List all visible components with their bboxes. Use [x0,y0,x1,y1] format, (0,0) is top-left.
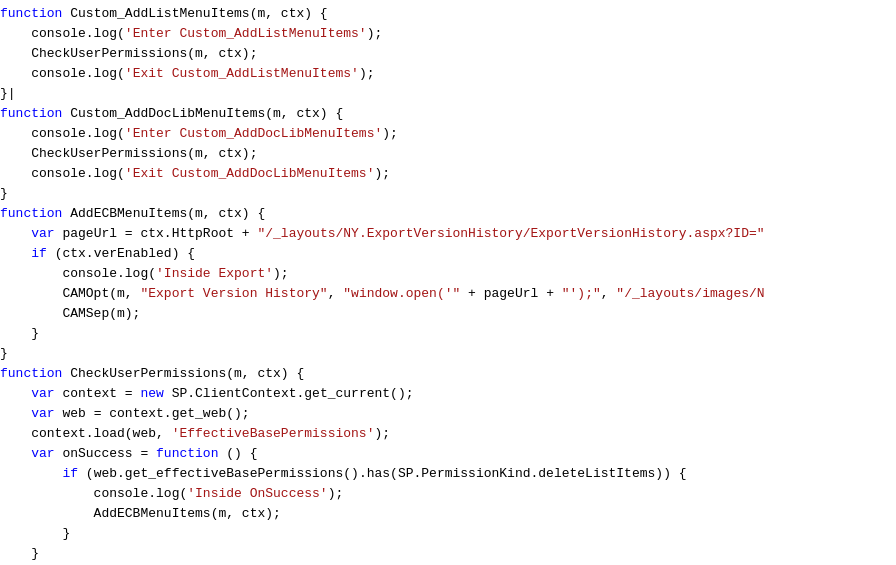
code-token: 'EffectiveBasePermissions' [172,424,375,444]
code-token: function [0,4,62,24]
code-token: "/_layouts/NY.ExportVersionHistory/Expor… [257,224,764,244]
code-token: console.log( [0,164,125,184]
code-token: web = context.get_web(); [55,404,250,424]
code-line: console.log('Exit Custom_AddDocLibMenuIt… [0,164,896,184]
code-token: "');" [562,284,601,304]
code-line: var web = context.get_web(); [0,404,896,424]
code-line: function AddECBMenuItems(m, ctx) { [0,204,896,224]
code-token: CheckUserPermissions(m, ctx); [0,144,257,164]
code-token: var [31,384,54,404]
code-token: if [62,464,78,484]
code-token: AddECBMenuItems(m, ctx); [0,504,281,524]
code-token: 'Enter Custom_AddListMenuItems' [125,24,367,44]
code-token [0,444,31,464]
code-line: function Custom_AddListMenuItems(m, ctx)… [0,4,896,24]
code-token: } [0,524,70,544]
code-token: context = [55,384,141,404]
code-line: } [0,344,896,364]
code-line: } [0,324,896,344]
code-token: ); [374,424,390,444]
code-token: ); [367,24,383,44]
code-token: Custom_AddListMenuItems(m, ctx) { [62,4,327,24]
code-token: console.log( [0,64,125,84]
code-token: 'Inside Export' [156,264,273,284]
code-token: function [156,444,218,464]
code-line: }| [0,84,896,104]
code-token: "window.open('" [343,284,460,304]
code-token: () { [218,444,257,464]
code-line: function CheckUserPermissions(m, ctx) { [0,364,896,384]
code-token: pageUrl = ctx.HttpRoot + [55,224,258,244]
code-token: ); [374,164,390,184]
code-line: function Custom_AddDocLibMenuItems(m, ct… [0,104,896,124]
code-token: CAMSep(m); [0,304,140,324]
code-token: ); [328,484,344,504]
code-line: CheckUserPermissions(m, ctx); [0,44,896,64]
code-token: 'Exit Custom_AddListMenuItems' [125,64,359,84]
code-token: ); [273,264,289,284]
code-token: CAMOpt(m, [0,284,140,304]
code-token [0,244,31,264]
code-line: var context = new SP.ClientContext.get_c… [0,384,896,404]
code-line: CAMSep(m); [0,304,896,324]
code-line: var pageUrl = ctx.HttpRoot + "/_layouts/… [0,224,896,244]
code-token [0,464,62,484]
code-line: console.log('Enter Custom_AddListMenuIte… [0,24,896,44]
code-token: , [601,284,617,304]
code-token: } [0,544,39,564]
code-token: 'Exit Custom_AddDocLibMenuItems' [125,164,375,184]
code-token: console.log( [0,264,156,284]
code-token: console.log( [0,24,125,44]
code-token [0,384,31,404]
code-token: (ctx.verEnabled) { [47,244,195,264]
code-line: AddECBMenuItems(m, ctx); [0,504,896,524]
code-line: console.log('Inside Export'); [0,264,896,284]
code-token: function [0,104,62,124]
code-line: console.log('Inside OnSuccess'); [0,484,896,504]
code-token [0,404,31,424]
code-token: SP.ClientContext.get_current(); [164,384,414,404]
code-token: ); [359,64,375,84]
code-token: console.log( [0,124,125,144]
code-token: } [0,324,39,344]
code-token: 'Inside OnSuccess' [187,484,327,504]
code-editor: function Custom_AddListMenuItems(m, ctx)… [0,0,896,565]
code-token: }| [0,84,16,104]
code-token: function [0,364,62,384]
code-line: console.log('Enter Custom_AddDocLibMenuI… [0,124,896,144]
code-line: } [0,524,896,544]
code-token: "/_layouts/images/N [616,284,764,304]
code-token: function [0,204,62,224]
code-token: CheckUserPermissions(m, ctx); [0,44,257,64]
code-token: CheckUserPermissions(m, ctx) { [62,364,304,384]
code-token: ); [382,124,398,144]
code-token: "Export Version History" [140,284,327,304]
code-line: console.log('Exit Custom_AddListMenuItem… [0,64,896,84]
code-token: console.log( [0,484,187,504]
code-line: CAMOpt(m, "Export Version History", "win… [0,284,896,304]
code-token [0,224,31,244]
code-token: Custom_AddDocLibMenuItems(m, ctx) { [62,104,343,124]
code-line: context.load(web, 'EffectiveBasePermissi… [0,424,896,444]
code-token: } [0,184,8,204]
code-token: new [140,384,163,404]
code-token: var [31,444,54,464]
code-line: } [0,544,896,564]
code-token: if [31,244,47,264]
code-line: } [0,184,896,204]
code-line: if (ctx.verEnabled) { [0,244,896,264]
code-token: AddECBMenuItems(m, ctx) { [62,204,265,224]
code-token: context.load(web, [0,424,172,444]
code-line: CheckUserPermissions(m, ctx); [0,144,896,164]
code-token: var [31,404,54,424]
code-token: onSuccess = [55,444,156,464]
code-token: (web.get_effectiveBasePermissions().has(… [78,464,687,484]
code-token: , [328,284,344,304]
code-token: var [31,224,54,244]
code-token: } [0,344,8,364]
code-line: if (web.get_effectiveBasePermissions().h… [0,464,896,484]
code-token: 'Enter Custom_AddDocLibMenuItems' [125,124,382,144]
code-token: + pageUrl + [460,284,561,304]
code-line: var onSuccess = function () { [0,444,896,464]
